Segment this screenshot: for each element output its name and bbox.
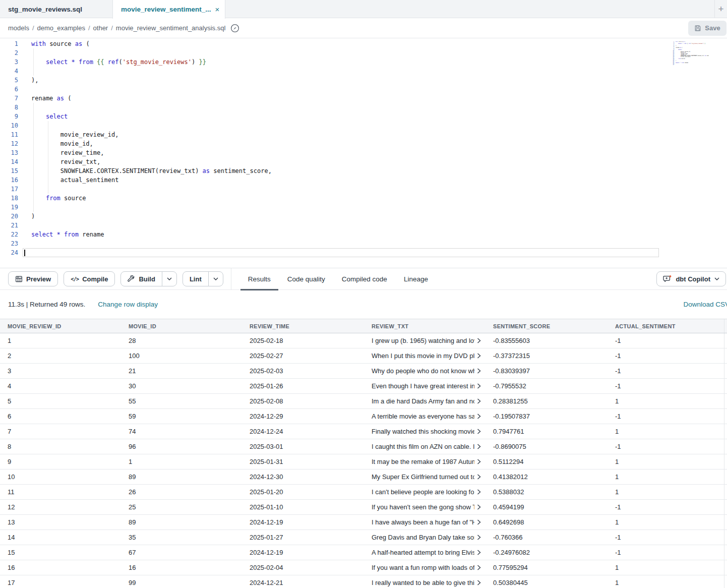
code-text — [23, 221, 659, 230]
code-line[interactable]: 18 from source — [0, 194, 727, 203]
breadcrumb-segment-demo-examples[interactable]: demo_examples — [37, 24, 85, 32]
code-line[interactable]: 8 — [0, 103, 727, 112]
table-row: 21002025-02-27When I put this movie in m… — [0, 348, 727, 364]
code-line[interactable]: 11 movie_review_id, — [0, 130, 727, 139]
table-cell: 35 — [121, 534, 242, 541]
expand-row-icon — [477, 519, 481, 525]
expand-row-button[interactable] — [474, 444, 483, 449]
table-cell: 2025-01-20 — [242, 488, 364, 496]
review-text: Even though I have great interest in Bi.… — [372, 382, 474, 390]
expand-row-icon — [477, 398, 481, 404]
build-dropdown-caret[interactable] — [162, 272, 176, 286]
code-text — [675, 65, 709, 66]
code-line[interactable]: 2 — [0, 48, 727, 57]
dbt-copilot-button[interactable]: dbt Copilot — [656, 271, 726, 286]
table-cell: 8 — [0, 443, 121, 450]
code-line[interactable]: 13 review_time, — [0, 148, 727, 157]
tab-compiled-code[interactable]: Compiled code — [342, 268, 387, 290]
expand-row-button[interactable] — [474, 368, 483, 374]
code-line[interactable]: 6 — [0, 85, 727, 94]
review-text: Why do people who do not know what... — [372, 367, 474, 375]
table-cell: A terrible movie as everyone has said. .… — [364, 413, 486, 420]
code-line[interactable]: 7rename as ( — [0, 94, 727, 103]
build-split-button[interactable]: Build — [120, 271, 177, 286]
breadcrumb-separator: / — [108, 24, 116, 32]
expand-row-button[interactable] — [474, 565, 483, 570]
expand-row-button[interactable] — [474, 504, 483, 510]
breadcrumb-segment-other[interactable]: other — [93, 24, 108, 32]
code-line[interactable]: 12 movie_id, — [0, 139, 727, 148]
minimap[interactable]: 1with source as (23 select * from {{ ref… — [671, 41, 709, 67]
editor-tab-bar: stg_movie_reviews.sql movie_review_senti… — [0, 0, 727, 18]
tab-lineage[interactable]: Lineage — [404, 268, 428, 290]
code-text: review_txt, — [23, 157, 659, 166]
expand-row-button[interactable] — [474, 489, 483, 495]
tab-results[interactable]: Results — [248, 268, 271, 290]
code-line[interactable]: 4 — [0, 67, 727, 76]
code-line[interactable]: 1with source as ( — [0, 39, 727, 48]
code-line[interactable]: 14 review_txt, — [0, 157, 727, 166]
code-line[interactable]: 22select * from rename — [0, 230, 727, 239]
code-text: SNOWFLAKE.CORTEX.SENTIMENT(review_txt) a… — [23, 166, 659, 175]
code-line[interactable]: 3 select * from {{ ref('stg_movie_review… — [0, 57, 727, 67]
table-cell: 6 — [0, 413, 121, 420]
table-cell: 28 — [121, 337, 242, 344]
expand-row-button[interactable] — [474, 580, 483, 585]
code-line[interactable]: 24 — [0, 248, 727, 257]
code-line[interactable]: 17 — [0, 185, 727, 194]
code-line[interactable]: 10 — [0, 121, 727, 130]
expand-row-button[interactable] — [474, 353, 483, 359]
close-tab-icon[interactable]: × — [215, 6, 220, 13]
chevron-down-icon — [714, 277, 719, 280]
expand-row-button[interactable] — [474, 429, 483, 434]
tab-movie-review-sentiment[interactable]: movie_review_sentiment_... × — [112, 0, 225, 19]
table-row: 17992024-12-21I really wanted to be able… — [0, 575, 727, 588]
expand-row-button[interactable] — [474, 383, 483, 389]
expand-row-button[interactable] — [474, 398, 483, 404]
code-line[interactable]: 9 select — [0, 112, 727, 121]
code-line[interactable]: 20) — [0, 212, 727, 221]
expand-row-button[interactable] — [474, 519, 483, 525]
code-text: with source as ( — [23, 39, 659, 48]
code-line[interactable]: 16 actual_sentiment — [0, 175, 727, 185]
expand-row-button[interactable] — [474, 414, 483, 419]
expand-row-button[interactable] — [474, 535, 483, 540]
expand-row-button[interactable] — [474, 550, 483, 555]
code-line[interactable]: 23 — [0, 239, 727, 248]
code-line[interactable]: 15 SNOWFLAKE.CORTEX.SENTIMENT(review_txt… — [0, 166, 727, 175]
table-cell: -1 — [608, 364, 724, 378]
save-button[interactable]: Save — [688, 21, 726, 36]
expand-row-icon — [477, 444, 481, 449]
column-header-review-time: REVIEW_TIME — [242, 323, 364, 329]
code-text: ), — [23, 76, 659, 85]
table-cell: 15 — [0, 549, 121, 556]
change-row-display-link[interactable]: Change row display — [98, 301, 158, 308]
download-csv-link[interactable]: Download CSV — [683, 301, 727, 308]
tab-stg-movie-reviews[interactable]: stg_movie_reviews.sql — [0, 0, 112, 18]
table-cell: 13 — [0, 518, 121, 526]
code-line[interactable]: 21 — [0, 221, 727, 230]
code-line[interactable]: 5), — [0, 76, 727, 85]
code-line[interactable]: 19 — [0, 203, 727, 212]
tab-code-quality[interactable]: Code quality — [287, 268, 325, 290]
expand-row-button[interactable] — [474, 474, 483, 480]
code-text: select * from {{ ref('stg_movie_reviews'… — [23, 57, 659, 67]
new-tab-button[interactable]: + — [715, 0, 727, 18]
table-cell: 10 — [0, 473, 121, 481]
lint-dropdown-caret[interactable] — [208, 272, 223, 286]
expand-row-button[interactable] — [474, 338, 483, 343]
breadcrumb-segment-models[interactable]: models — [8, 24, 29, 32]
compass-icon[interactable] — [230, 24, 239, 33]
table-cell: -0.24976082 — [486, 549, 608, 556]
table-cell: 0.50380445 — [486, 579, 608, 586]
table-cell: 89 — [121, 518, 242, 526]
table-cell: 25 — [121, 503, 242, 511]
compile-button[interactable]: </> Compile — [64, 271, 115, 286]
lint-split-button[interactable]: Lint — [183, 271, 223, 286]
editor-lines[interactable]: 1with source as (23 select * from {{ ref… — [0, 39, 727, 257]
preview-button[interactable]: Preview — [8, 271, 58, 286]
expand-row-button[interactable] — [474, 459, 483, 464]
table-row: 5552025-02-08Im a die hard Dads Army fan… — [0, 394, 727, 409]
editor-toolbar: Preview </> Compile Build Lint — [0, 268, 727, 290]
code-editor[interactable]: 1with source as (23 select * from {{ ref… — [0, 38, 727, 268]
